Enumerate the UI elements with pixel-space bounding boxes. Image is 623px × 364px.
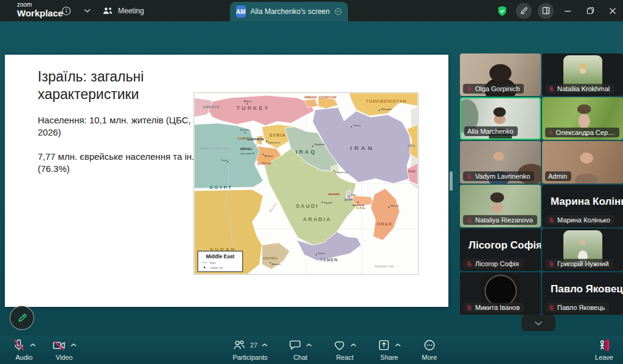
map-label-greece: GREECE — [203, 105, 220, 109]
participant-tile-alla-marchenko[interactable]: Alla Marchenko — [460, 97, 541, 140]
map-city-baghdad: Baghdad — [315, 143, 325, 146]
participant-tile-nataliya-riezanova[interactable]: Nataliya Riezanova — [460, 185, 541, 227]
participants-button[interactable]: 27 Participants — [232, 338, 268, 361]
restore-button[interactable] — [580, 0, 600, 21]
map-label-lebanon: LEBANON — [248, 137, 264, 141]
participant-name: Nataliia Krokhmal — [557, 85, 610, 92]
avatar-initials: AM — [236, 5, 246, 18]
minimize-button[interactable] — [557, 0, 578, 21]
more-button[interactable]: More — [422, 338, 437, 361]
leave-button[interactable]: Leave — [595, 338, 613, 361]
map-label-jordan: JORDAN — [257, 162, 271, 165]
participant-name: Павло Яковець — [557, 304, 605, 311]
participant-name-pill: Лісогор Софія — [463, 259, 523, 269]
mic-off-icon — [466, 217, 473, 224]
share-button[interactable]: Share — [377, 338, 401, 361]
info-icon[interactable] — [58, 0, 74, 21]
map-label-turkmenistan: TURKMENISTAN — [366, 99, 406, 103]
chevron-down-icon — [534, 321, 543, 326]
map-city-amman: Amman — [264, 154, 273, 157]
participant-name: Марина Колінько — [557, 216, 610, 224]
notes-panel-button[interactable] — [537, 0, 555, 21]
leave-door-icon — [597, 338, 611, 352]
map-city-jerusalem: Jerusalem — [240, 152, 252, 155]
zoom-workplace-logo: zoom Workplace — [17, 2, 63, 18]
participant-name-pill: Admin — [545, 171, 571, 181]
pencil-icon — [17, 313, 27, 323]
middle-east-map-svg: GREECE TURKEY ARMENIA AZERBAIJAN TURKMEN… — [194, 93, 418, 274]
participant-name-pill: Nataliia Krokhmal — [545, 84, 614, 94]
map-label-arabia: ARABIA — [303, 216, 332, 222]
map-city-doha: Doha — [350, 193, 357, 196]
participant-name: Alla Marchenko — [467, 128, 513, 135]
tab-meeting[interactable]: Meeting — [102, 0, 144, 21]
participant-name: Vadym Lavrinenko — [475, 173, 530, 180]
map-label-oman: OMAN — [377, 222, 392, 226]
map-city-nicosia: Nicosia — [240, 128, 249, 131]
participant-big-name: Марина Колінь... — [551, 185, 623, 219]
participant-tile-nataliia-krokhmal[interactable]: Nataliia Krokhmal — [542, 53, 623, 96]
participants-caret[interactable] — [262, 343, 268, 347]
participant-tile-vadym-lavrinenko[interactable]: Vadym Lavrinenko — [460, 141, 541, 184]
brand-zoom: zoom — [17, 2, 63, 8]
map-label-turkey: TURKEY — [237, 105, 270, 111]
chevron-down-icon[interactable] — [80, 0, 94, 21]
leave-label: Leave — [595, 354, 613, 361]
share-label: Share — [380, 354, 398, 361]
tab-more-icon[interactable] — [335, 6, 342, 17]
mic-off-icon — [548, 86, 555, 92]
participant-tile-hryhorii-nuzhnyi[interactable]: Григорій Нужний — [542, 228, 623, 271]
participants-icon — [232, 338, 246, 352]
map-label-syria: SYRIA — [269, 132, 286, 138]
vertical-scrollbar-thumb[interactable] — [450, 171, 453, 191]
close-button[interactable] — [602, 0, 623, 21]
participant-tile-olga-gorpinich[interactable]: Olga Gorpinich — [460, 53, 541, 96]
map-label-pak: PAK. — [408, 170, 417, 173]
map-label-saudi: SAUDI — [296, 203, 319, 209]
participant-tile-mykyta-ivanov[interactable]: Микита Іванов — [460, 272, 541, 315]
participant-tile-lisohor-sofiia[interactable]: Лісогор Софія Лісогор Софія — [460, 228, 541, 271]
participant-big-name: Лісогор Софія — [468, 228, 541, 263]
map-label-azerbaijan: AZERBAIJAN — [319, 96, 336, 99]
audio-label: Audio — [15, 354, 32, 361]
mic-off-icon — [466, 261, 473, 267]
map-label-eritrea: ERITREA — [263, 256, 277, 260]
participant-name-pill: Vadym Lavrinenko — [463, 171, 534, 181]
shared-screen-slide: Ізраїль: загальні характеристики Населен… — [5, 55, 448, 307]
map-city-abu-dhabi: Abu Dhabi — [352, 204, 364, 207]
zoom-meeting-window: zoom Workplace Meeting AM Alla Marchenko… — [0, 0, 623, 364]
annotate-tool-button[interactable] — [515, 0, 533, 21]
chat-button[interactable]: Chat — [288, 338, 312, 361]
map-city-ankara: Ankara — [244, 100, 252, 103]
audio-button[interactable]: Audio — [12, 338, 36, 361]
map-label-iraq: IRAQ — [296, 149, 316, 155]
react-button[interactable]: React — [333, 338, 357, 361]
share-screen-icon — [377, 338, 391, 352]
participant-name: Olga Gorpinich — [475, 85, 520, 92]
annotate-pencil-button[interactable] — [10, 306, 34, 330]
map-label-egypt: EGYPT — [210, 185, 232, 190]
participant-tile-maryna-kolinko[interactable]: Марина Колінь... Марина Колінько — [542, 185, 623, 227]
participant-big-name: Павло Яковець — [551, 272, 623, 306]
audio-options-caret[interactable] — [30, 343, 36, 347]
chat-caret[interactable] — [306, 343, 312, 347]
more-ellipsis-icon — [423, 338, 436, 352]
chat-label: Chat — [293, 354, 307, 361]
map-city-tehran: Tehran — [353, 124, 361, 127]
participant-name: Микита Іванов — [475, 304, 520, 311]
tab-shared-screen[interactable]: AM Alla Marchenko's screen — [230, 2, 348, 21]
map-city-riyadh: Riyadh — [324, 201, 333, 204]
participant-name-pill: Alla Marchenko — [464, 126, 518, 136]
video-options-caret[interactable] — [71, 343, 77, 347]
participant-tile-pavlo-yakovets[interactable]: Павло Яковець Павло Яковець — [542, 272, 623, 315]
map-label-israel: ISRAEL — [240, 147, 253, 151]
share-caret[interactable] — [395, 343, 401, 347]
video-button[interactable]: Video — [52, 338, 77, 361]
security-shield-icon[interactable] — [494, 0, 510, 21]
react-caret[interactable] — [350, 343, 357, 347]
participant-name: Лісогор Софія — [475, 260, 519, 267]
collapse-participants-button[interactable] — [521, 315, 555, 331]
map-city-ashgabat: Ashgabat — [381, 108, 392, 111]
participant-tile-oleksandra[interactable]: Олександра Сергіївна ... — [542, 97, 623, 140]
participant-tile-admin[interactable]: Admin — [542, 141, 623, 184]
